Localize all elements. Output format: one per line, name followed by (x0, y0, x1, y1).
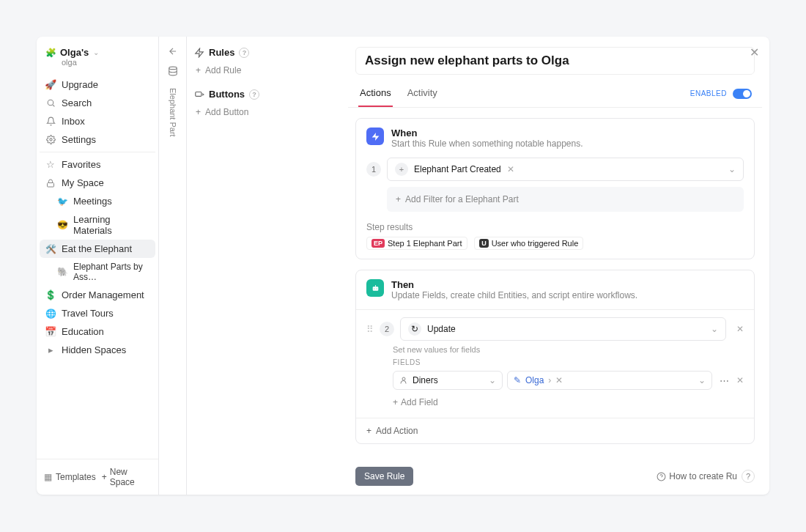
svg-point-13 (402, 377, 405, 380)
then-card: Then Update Fields, create child Entitie… (355, 270, 755, 444)
trigger-label: Elephant Part Created (414, 164, 501, 174)
svg-line-1 (53, 105, 54, 106)
edit-icon: ✎ (514, 375, 521, 385)
lightning-icon (194, 48, 204, 58)
lightning-icon (366, 128, 384, 145)
clear-value-button[interactable]: ✕ (555, 375, 563, 385)
tab-activity[interactable]: Activity (406, 80, 439, 107)
rule-title[interactable]: Assign new elephant parts to Olga (365, 53, 745, 68)
add-action-button[interactable]: +Add Action (356, 418, 754, 443)
then-subtitle: Update Fields, create child Entities, an… (391, 290, 637, 300)
plus-icon: + (102, 472, 107, 482)
back-button[interactable] (166, 44, 180, 59)
nav-elephant-parts[interactable]: 🐘Elephant Parts by Ass… (40, 258, 155, 286)
bird-icon: 🐦 (57, 196, 67, 207)
step-number: 2 (380, 322, 394, 336)
step-results-label: Step results (366, 222, 744, 232)
help-bubble-button[interactable]: ? (742, 470, 755, 483)
drag-handle-icon[interactable]: ⠿ (366, 324, 374, 335)
workspace-title: Olga's (60, 47, 89, 58)
save-rule-button[interactable]: Save Rule (355, 467, 413, 486)
nav-favorites[interactable]: ☆Favorites (40, 155, 155, 174)
svg-point-10 (374, 288, 374, 289)
help-icon (657, 472, 666, 481)
rail-label: Elephant Part (169, 88, 177, 137)
plus-icon: + (396, 194, 401, 204)
add-button-button[interactable]: +Add Button (194, 104, 333, 120)
chevron-right-icon: › (548, 375, 551, 385)
remove-field-button[interactable]: ✕ (736, 375, 744, 385)
rules-heading: Rules ? (194, 47, 333, 58)
app-window: 🧩 Olga's ⌄ olga 🚀Upgrade Search Inbox Se… (37, 37, 769, 495)
nav-inbox[interactable]: Inbox (40, 112, 155, 130)
help-link[interactable]: How to create Ru (657, 471, 737, 481)
nav-upgrade[interactable]: 🚀Upgrade (40, 75, 155, 94)
result-chip-entity[interactable]: EPStep 1 Elephant Part (366, 237, 467, 250)
globe-icon: 🌐 (45, 309, 56, 319)
action-select[interactable]: ↻ Update ⌄ (400, 317, 726, 341)
result-chip-user[interactable]: UUser who triggered Rule (474, 237, 583, 250)
bell-icon (45, 117, 56, 127)
chevron-down-icon: ⌄ (698, 375, 706, 385)
robot-icon (366, 279, 384, 297)
elephant-icon: 🐘 (57, 267, 67, 277)
nav-learning[interactable]: 😎Learning Materials (40, 210, 155, 240)
value-select[interactable]: ✎ Olga › ✕ ⌄ (507, 371, 712, 390)
plus-icon: + (393, 397, 398, 407)
svg-rect-9 (372, 287, 378, 290)
add-filter-button[interactable]: + Add Filter for a Elephant Part (387, 187, 744, 212)
chevron-down-icon: ⌄ (489, 375, 496, 385)
plus-icon: + (366, 426, 371, 436)
enabled-label: ENABLED (690, 89, 727, 97)
field-select[interactable]: Diners ⌄ (393, 371, 503, 390)
workspace-icon: 🧩 (45, 48, 56, 58)
when-card: When Start this Rule when something nota… (355, 118, 755, 259)
plus-icon: + (395, 163, 408, 176)
then-title: Then (391, 279, 637, 290)
plus-icon: + (196, 65, 201, 75)
svg-marker-8 (371, 133, 379, 141)
lock-icon (45, 178, 56, 188)
remove-trigger-button[interactable]: ✕ (507, 164, 514, 174)
svg-point-0 (48, 100, 53, 106)
tab-actions[interactable]: Actions (358, 80, 393, 107)
nav-order-mgmt[interactable]: 💲Order Management (40, 286, 155, 304)
fields-label: FIELDS (393, 358, 744, 366)
remove-action-button[interactable]: ✕ (736, 324, 744, 334)
nav-templates[interactable]: ▦Templates (42, 472, 96, 482)
nav-settings[interactable]: Settings (40, 130, 155, 149)
database-icon[interactable] (168, 66, 178, 76)
help-icon[interactable]: ? (249, 89, 259, 100)
help-icon[interactable]: ? (239, 48, 249, 58)
nav-meetings[interactable]: 🐦Meetings (40, 192, 155, 210)
chevron-down-icon: ⌄ (93, 48, 99, 56)
nav-search[interactable]: Search (40, 94, 155, 112)
plus-icon: + (196, 107, 201, 117)
add-field-button[interactable]: +Add Field (393, 397, 744, 407)
nav-new-space[interactable]: +New Space (102, 467, 152, 487)
enabled-toggle[interactable] (733, 89, 752, 99)
nav-travel[interactable]: 🌐Travel Tours (40, 304, 155, 322)
nav-hidden[interactable]: ▸Hidden Spaces (40, 341, 155, 359)
when-subtitle: Start this Rule when something notable h… (391, 138, 583, 149)
nav-education[interactable]: 📅Education (40, 322, 155, 341)
cool-icon: 😎 (57, 220, 67, 230)
close-button[interactable]: ✕ (750, 45, 759, 59)
more-options-button[interactable]: ⋯ (717, 375, 732, 386)
workspace-switcher[interactable]: 🧩 Olga's ⌄ (45, 47, 149, 58)
rules-panel: Rules ? +Add Rule Buttons ? +Add Button (187, 37, 341, 495)
nav-eat-elephant[interactable]: 🛠️Eat the Elephant (40, 240, 155, 258)
svg-point-2 (49, 138, 51, 141)
buttons-heading: Buttons ? (194, 89, 333, 100)
trigger-select[interactable]: + Elephant Part Created ✕ ⌄ (387, 158, 744, 181)
svg-marker-6 (196, 48, 204, 57)
star-icon: ☆ (45, 160, 56, 170)
workspace-user: olga (62, 58, 149, 67)
rocket-icon: 🚀 (45, 80, 56, 90)
svg-rect-7 (196, 92, 202, 96)
svg-point-5 (169, 67, 177, 70)
calendar-icon: 📅 (45, 327, 56, 337)
grid-icon: ▦ (42, 472, 53, 482)
add-rule-button[interactable]: +Add Rule (194, 62, 333, 78)
nav-my-space[interactable]: My Space (40, 174, 155, 192)
